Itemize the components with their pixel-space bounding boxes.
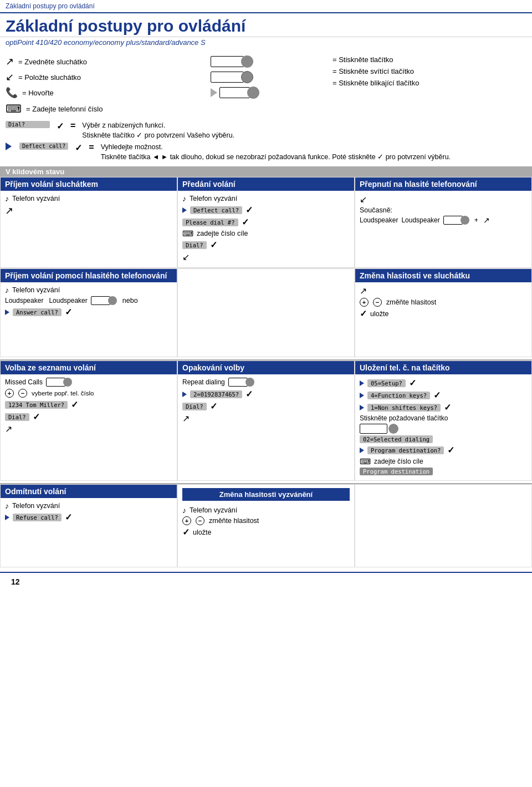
bottom-right-col [355,484,532,567]
dial-display: Dial? [6,121,50,128]
volba-dial-check: ✓ [33,412,40,422]
deflect-checkmark: ✓ [75,143,82,153]
minus-icon2: − [18,389,27,398]
opakovani-header: Opakování volby [178,361,354,374]
nebo-text: nebo [122,297,138,304]
keyboard-icon3: ⌨ [360,457,371,466]
zmena-hlasitosti-header: Změna hlasitosti ve sluchátku [355,269,531,282]
page-footer: 12 [0,572,532,591]
plus-sign: + [474,216,478,224]
predani-hangup: ↙ [182,252,350,262]
odmituti-header: Odmítnutí volání [1,485,177,498]
phone-pickup-icon: ↗ [5,205,13,217]
stisknete-row: Stiskněte požadované tlačítko [360,414,527,422]
plus-icon3: + [182,516,191,525]
music-note-icon3: ♪ [5,286,9,295]
please-dial-check: ✓ [242,217,249,227]
legend-center [211,55,321,115]
phone-icon3: ↙ [360,194,367,205]
prepnuti-phone: ↙ [360,194,527,205]
prijem-hlasitel-block: Příjem volání pomocí hlasitého telefonov… [0,268,177,357]
prepnuti-loudspeaker: Loudspeaker Loudspeaker + ↗ [360,216,527,225]
top-header: Základní postupy pro ovládání [0,0,532,13]
legend-section: ↗ = Zvedněte sluchátko ↙ = Položte sluch… [0,51,532,118]
plus-icon2: + [5,389,14,398]
phone-pickup-icon3: ↗ [182,413,190,424]
arrow-icon4 [360,380,364,386]
dial-checkmark: ✓ [57,121,64,131]
dial-equals: = [70,121,75,131]
prijem-hl-answer: Answer call? ✓ [5,307,172,317]
loudspeaker-label: Loudspeaker [401,216,439,224]
program-dest-row: Program destination? ✓ [360,445,527,455]
zmena-vyz-ulozit: ✓ uložte [182,527,350,537]
program-dest2-input: Program destination [360,468,433,475]
bottom-row: Odmítnutí volání ♪ Telefon vyzvání Refus… [0,483,532,567]
deflect-description: Vyhledejte možnost. Tiskněte tlačítka ◄ … [101,143,526,162]
program-dest2-row: Program destination [360,468,527,475]
refuse-input: Refuse call? [13,514,62,521]
nonshift-row: 1=Non shiftes keys? ✓ [360,402,527,413]
phone-down-icon2: ↗ [483,216,490,225]
prijem-phone-ring: ♪ Telefon vyzvání [5,194,172,203]
answer-check: ✓ [65,307,72,317]
zmena-ulozit: ✓ uložte [360,308,527,319]
main-title: Základní postupy pro ovládání [0,13,532,37]
volba-dial-row: Dial? ✓ [5,412,172,422]
keyboard-icon2: ⌨ [182,229,193,238]
prijem-pickup: ↗ [5,205,172,217]
deflect-equals: = [89,143,94,153]
volba-seznam-header: Volba ze seznamu volání [1,361,177,374]
legend-right-1: = Stiskněte tlačítko [332,55,526,64]
dial-row: Dial? ✓ = Výběr z nabízených funkcí. Sti… [6,121,526,140]
volba-seznam-block: Volba ze seznamu volání Missed Calls + −… [0,361,177,481]
tom-miller-row: 1234 Tom Miller? ✓ [5,399,172,410]
legend-left: ↗ = Zvedněte sluchátko ↙ = Položte sluch… [6,55,200,115]
opakovani-pickup: ↗ [182,413,350,424]
prepnuti-header: Přepnutí na hlasité telefonování [355,177,531,191]
zmena-vyz-block: Změna hlasitosti vyzvánění ♪ Telefon vyz… [177,484,355,567]
please-dial-input: Please dial #? [182,219,238,226]
answer-input: Answer call? [13,308,62,316]
loudspeaker-button [443,216,469,225]
opakovani-number-row: 2=0192837465? ✓ [182,389,350,399]
mid-three-col: Příjem volání pomocí hlasitého telefonov… [0,268,532,357]
refuse-check: ✓ [65,512,72,522]
vyberte-row: + − vyberte popř. tel. číslo [5,389,172,398]
phone-pickup-icon2: ↗ [5,424,12,434]
arrow-icon6 [360,405,364,410]
arrow-icon2 [5,309,9,315]
program-dest-input: Program destination? [367,446,444,454]
missed-calls-row: Missed Calls [5,378,172,387]
tom-miller-check: ✓ [71,399,78,410]
prijem-sluchatkem-header: Příjem volání sluchátkem [1,177,177,191]
legend-right-3: = Stiskněte blikající tlačítko [332,79,526,87]
selected-dialing-row: 02=Selected dialing [360,435,527,443]
predani-zadejte: ⌨ zadejte číslo cíle [182,229,350,238]
loudspeaker-label2: Loudspeaker [49,297,87,304]
loudspeaker-btn2 [91,296,117,305]
dial-input: Dial? [182,241,207,249]
legend-btn-1 [211,55,321,68]
mid-col2-block [177,268,355,357]
odmituti-ring: ♪ Telefon vyzvání [5,501,172,510]
top-three-col: Příjem volání sluchátkem ♪ Telefon vyzvá… [0,177,532,268]
arrow-icon5 [360,393,364,398]
minus-icon: − [373,298,382,307]
v-klidovem-label: V klidovém stavu [0,166,532,177]
zmena-hlasitosti-block: Změna hlasitosti ve sluchátku ↗ + − změň… [355,268,532,357]
phone-talk-icon: 📞 [6,87,18,99]
legend-right: = Stiskněte tlačítko = Stiskněte svítící… [332,55,526,115]
dial-deflect-section: Dial? ✓ = Výběr z nabízených funkcí. Sti… [0,118,532,164]
opakovani-block: Opakování volby Repeat dialing 2=0192837… [177,361,355,481]
music-note-icon4: ♪ [5,501,9,510]
legend-row-4: ⌨ = Zadejte telefonní číslo [6,102,200,115]
ulozeni-header: Uložení tel. č. na tlačítko [355,361,531,374]
button-shape-normal [211,55,253,68]
funckeys-check: ✓ [433,390,441,400]
number-check: ✓ [245,389,253,399]
predani-volani-block: Předání volání ♪ Telefon vyzvání Deflect… [177,177,355,268]
deflect-input: Deflect call? [190,206,242,214]
funckeys-input: 4=Function keys? [367,392,430,399]
missed-calls-button [46,378,72,387]
